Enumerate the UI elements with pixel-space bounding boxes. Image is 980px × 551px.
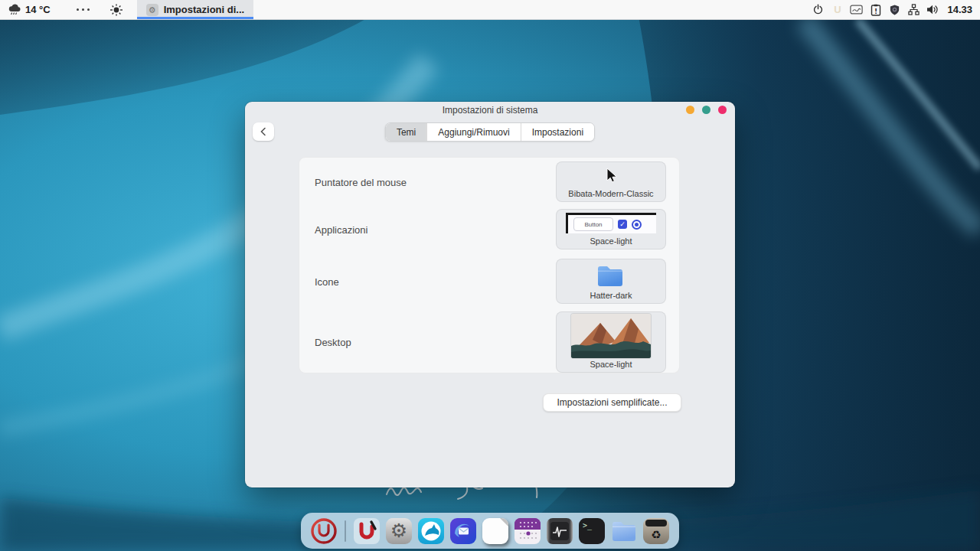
folder-icon	[611, 520, 637, 543]
dock-upen-app[interactable]	[353, 517, 381, 545]
folder-icon	[596, 263, 626, 287]
dock-mail[interactable]	[449, 517, 477, 545]
row-mouse-pointer: Puntatore del mouse Bibata-Modern-Classi…	[299, 161, 679, 202]
dock-text-editor[interactable]	[482, 517, 509, 545]
shield-icon[interactable]	[888, 3, 901, 16]
cursor-icon	[605, 168, 618, 184]
dock-browser[interactable]	[417, 517, 445, 545]
thunderbird-mail-icon	[450, 518, 476, 544]
taskbar-item-label: Impostazioni di...	[164, 4, 244, 15]
icon-theme-name: Hatter-dark	[590, 291, 632, 300]
wallpaper-thumbnail	[571, 314, 651, 358]
row-label: Icone	[315, 276, 339, 287]
brightness-icon[interactable]	[102, 3, 131, 17]
dock-divider	[345, 520, 346, 542]
row-label: Puntatore del mouse	[315, 176, 407, 187]
back-button[interactable]	[253, 122, 274, 141]
page-fold	[500, 518, 508, 527]
row-desktop: Desktop	[299, 311, 679, 373]
volume-icon[interactable]	[926, 3, 939, 16]
screenshot-icon[interactable]	[850, 3, 863, 16]
recycle-icon: ♻	[643, 527, 669, 543]
widget-preview: Button ✓	[566, 213, 656, 233]
preview-radio	[632, 220, 642, 230]
network-icon[interactable]	[907, 3, 920, 16]
rain-cloud-icon	[8, 4, 21, 16]
calendar-icon	[514, 518, 541, 544]
weather-temperature: 14 °C	[25, 4, 51, 15]
settings-window: Impostazioni di sistema Temi Aggiungi/Ri…	[245, 102, 735, 487]
dock: ⚙	[301, 513, 679, 549]
row-icons: Icone Hatter-dark	[299, 259, 679, 304]
window-titlebar[interactable]: Impostazioni di sistema	[245, 102, 735, 119]
distro-u-icon[interactable]: U	[831, 3, 844, 16]
row-applications: Applicazioni Button ✓ Space-light	[299, 209, 679, 249]
browser-wolf-icon	[418, 518, 444, 544]
minimize-button[interactable]	[686, 106, 694, 114]
simplified-settings-button[interactable]: Impostazioni semplificate...	[543, 393, 681, 412]
gear-icon: ⚙	[390, 520, 407, 542]
overflow-dots-menu[interactable]	[58, 8, 102, 11]
dock-settings-gear[interactable]: ⚙	[385, 517, 413, 545]
u-ring-logo-icon	[310, 517, 338, 545]
trash-lid	[645, 520, 667, 527]
dock-calendar[interactable]	[514, 517, 541, 545]
desktop-theme-card[interactable]: Space-light	[556, 311, 666, 373]
window-title: Impostazioni di sistema	[443, 105, 538, 116]
top-menu-bar: 14 °C ⚙ Impostazioni di... U	[0, 0, 980, 20]
icon-theme-card[interactable]: Hatter-dark	[556, 259, 666, 304]
maximize-button[interactable]	[702, 106, 710, 114]
svg-text:!: !	[874, 7, 877, 15]
tab-impostazioni[interactable]: Impostazioni	[521, 123, 594, 141]
dock-launcher-u-logo[interactable]	[310, 517, 338, 545]
u-pen-icon	[355, 520, 378, 543]
chevron-left-icon	[260, 127, 267, 136]
desktop: { "colors": { "accent_blue": "#4c8bf5", …	[0, 0, 980, 551]
settings-gear-icon: ⚙	[146, 4, 158, 16]
desktop-theme-name: Space-light	[590, 360, 632, 369]
close-button[interactable]	[718, 106, 727, 114]
clipboard-alert-icon[interactable]: !	[869, 3, 882, 16]
application-theme-card[interactable]: Button ✓ Space-light	[556, 209, 666, 249]
row-label: Applicazioni	[315, 223, 368, 235]
preview-checkbox: ✓	[618, 220, 627, 229]
application-theme-name: Space-light	[590, 236, 632, 246]
taskbar-item-settings[interactable]: ⚙ Impostazioni di...	[137, 0, 253, 19]
tab-aggiungi-rimuovi[interactable]: Aggiungi/Rimuovi	[426, 123, 520, 141]
dock-file-manager[interactable]	[610, 517, 638, 545]
preview-button: Button	[573, 217, 613, 231]
theme-settings-panel: Puntatore del mouse Bibata-Modern-Classi…	[299, 157, 680, 373]
tab-bar: Temi Aggiungi/Rimuovi Impostazioni	[385, 122, 595, 142]
dock-terminal[interactable]: >_	[578, 517, 606, 545]
terminal-prompt: >_	[583, 521, 592, 530]
row-label: Desktop	[315, 337, 351, 348]
active-task-underline	[137, 17, 253, 19]
power-icon[interactable]	[812, 3, 825, 16]
cursor-theme-name: Bibata-Modern-Classic	[568, 189, 653, 198]
system-monitor-icon	[547, 518, 573, 544]
dock-system-monitor[interactable]	[546, 517, 573, 545]
cursor-theme-card[interactable]: Bibata-Modern-Classic	[556, 161, 666, 202]
weather-widget[interactable]: 14 °C	[0, 4, 58, 16]
tab-temi[interactable]: Temi	[386, 123, 426, 141]
clock[interactable]: 14.33	[947, 4, 972, 15]
dock-trash[interactable]: ♻	[642, 517, 670, 545]
